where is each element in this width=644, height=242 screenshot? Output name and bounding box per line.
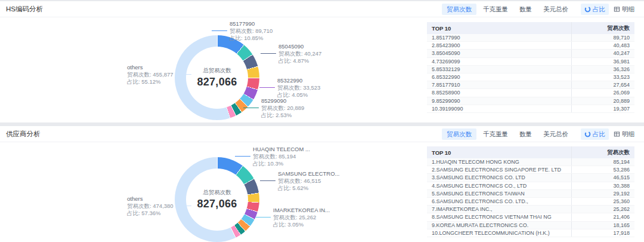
row-value: 17,918 xyxy=(571,229,634,237)
callout-text: 85177990 xyxy=(230,20,273,27)
section-title: HS编码分析 xyxy=(6,5,43,14)
metric-button-kg-weight[interactable]: 千克重量 xyxy=(478,4,513,15)
metric-button-trade-count[interactable]: 贸易次数 xyxy=(442,128,476,140)
row-value: 19,307 xyxy=(571,105,634,112)
callout-leader-line xyxy=(212,30,227,31)
callout-text: IMARKETKOREA IN... xyxy=(273,207,330,214)
row-value: 40,483 xyxy=(571,42,634,49)
callout-text: 占比: 3.05% xyxy=(273,221,330,228)
table-row[interactable]: 10.LONGCHEER TELECOMMUNICATION (H.K.)17,… xyxy=(427,229,634,237)
table-rows: 1.HUAQIN TELECOM HONG KONG85,1942.SAMSUN… xyxy=(427,158,634,237)
metric-button-trade-count[interactable]: 贸易次数 xyxy=(442,4,476,15)
table-row[interactable]: 6.8532299033,523 xyxy=(427,73,634,81)
table-row[interactable]: 8.SAMSUNG ELECTRONICS VIETNAM THAI NG21,… xyxy=(427,213,634,221)
callout-text: 贸易次数: 89,710 xyxy=(230,27,273,35)
table-row[interactable]: 8.8525890026,069 xyxy=(427,89,634,97)
metric-toolbar: 贸易次数 千克重量 数量 美元总价 占比 明细 xyxy=(442,4,638,15)
row-label: 3.SAMSUNG ELECTRONICS CO. LTD xyxy=(427,174,571,181)
metric-button-usd-total[interactable]: 美元总价 xyxy=(538,128,573,140)
table-row[interactable]: 4.SAMSUNG ELECTRONICS CO., LTD30,388 xyxy=(427,182,634,190)
hs-code-analysis-card: HS编码分析 贸易次数 千克重量 数量 美元总价 占比 明细 xyxy=(0,1,644,122)
detail-view-button[interactable]: 明细 xyxy=(610,4,638,15)
pie-view-button[interactable]: 占比 xyxy=(581,4,609,15)
callout-text: 85045090 xyxy=(278,43,321,50)
row-value: 30,388 xyxy=(571,182,634,189)
metric-button-quantity[interactable]: 数量 xyxy=(515,4,537,15)
table-row[interactable]: 9.KOREA MURATA ELECTRONICS CO.18,165 xyxy=(427,222,634,229)
table-row[interactable]: 6.SAMSUNG ELECTRONICS CO. LTD.,25,360 xyxy=(427,198,634,206)
row-value: 33,523 xyxy=(571,73,634,81)
row-value: 27,654 xyxy=(571,81,634,88)
table-row[interactable]: 1.HUAQIN TELECOM HONG KONG85,194 xyxy=(427,158,634,166)
callout-leader-line xyxy=(260,180,275,181)
row-label: 8.85258900 xyxy=(427,89,571,96)
slice-callout: SAMSUNG ELECTRO...贸易次数: 46,515占比: 5.62% xyxy=(278,170,339,192)
donut-center: 总贸易次数 827,066 xyxy=(186,169,248,231)
row-label: 5.SAMSUNG ELECTRONICS TAIWAN xyxy=(427,190,571,197)
row-value: 21,406 xyxy=(571,213,634,220)
detail-view-button[interactable]: 明细 xyxy=(610,128,638,140)
metric-button-kg-weight[interactable]: 千克重量 xyxy=(478,128,513,140)
table-row[interactable]: 10.3919909019,307 xyxy=(427,105,634,113)
row-value: 85,194 xyxy=(571,158,634,166)
table-rows: 1.8517799089,7102.8542390040,4833.850450… xyxy=(427,34,634,113)
callout-text: 占比: 55.12% xyxy=(127,78,174,85)
table-row[interactable]: 3.8504509040,247 xyxy=(427,50,634,57)
view-toggle-group: 占比 明细 xyxy=(581,128,638,140)
row-label: 9.85299090 xyxy=(427,97,571,105)
row-value: 46,515 xyxy=(571,174,634,181)
table-row[interactable]: 5.8533212936,326 xyxy=(427,66,634,73)
donut-center-label: 总贸易次数 xyxy=(203,189,231,197)
callout-text: 占比: 4.87% xyxy=(278,57,321,65)
pie-view-button[interactable]: 占比 xyxy=(581,128,609,140)
callout-text: 贸易次数: 85,194 xyxy=(253,153,310,160)
table-header-rank: TOP 10 xyxy=(427,149,571,156)
others-callout: others贸易次数: 455,877占比: 55.12% xyxy=(127,64,174,85)
row-label: 8.SAMSUNG ELECTRONICS VIETNAM THAI NG xyxy=(427,213,571,220)
callout-leader-line xyxy=(176,206,191,206)
callout-text: 贸易次数: 25,262 xyxy=(273,214,330,221)
row-label: 10.LONGCHEER TELECOMMUNICATION (H.K.) xyxy=(427,229,571,237)
callout-text: 贸易次数: 33,523 xyxy=(277,84,320,91)
row-label: 6.85322990 xyxy=(427,73,571,81)
table-row[interactable]: 9.8529909020,889 xyxy=(427,97,634,105)
row-label: 2.85423900 xyxy=(427,42,571,49)
row-value: 20,889 xyxy=(571,97,634,105)
slice-callout: 85299090贸易次数: 20,889占比: 2.53% xyxy=(261,97,304,119)
table-header: TOP 10 贸易次数 xyxy=(427,146,634,158)
row-value: 53,286 xyxy=(571,166,634,173)
table-row[interactable]: 5.SAMSUNG ELECTRONICS TAIWAN29,192 xyxy=(427,190,634,198)
table-row[interactable]: 1.8517799089,710 xyxy=(427,34,634,42)
slice-callout: IMARKETKOREA IN...贸易次数: 25,262占比: 3.05% xyxy=(273,207,330,228)
pie-chart-icon xyxy=(584,6,591,13)
table-row[interactable]: 7.8517791027,654 xyxy=(427,81,634,89)
callout-text: 占比: 10.3% xyxy=(253,160,310,167)
table-row[interactable]: 3.SAMSUNG ELECTRONICS CO. LTD46,515 xyxy=(427,174,634,182)
donut-chart[interactable]: 总贸易次数 827,066 xyxy=(175,157,259,242)
callout-text: 占比: 10.85% xyxy=(230,35,273,42)
pie-chart-icon xyxy=(584,131,591,137)
row-value: 89,710 xyxy=(571,34,634,41)
table-header-metric: 贸易次数 xyxy=(571,22,634,34)
row-value: 36,981 xyxy=(571,58,634,65)
metric-toolbar: 贸易次数 千克重量 数量 美元总价 占比 明细 xyxy=(442,128,638,140)
table-row[interactable]: 2.8542390040,483 xyxy=(427,42,634,50)
table-row[interactable]: 7.IMARKETKOREA INC.,25,262 xyxy=(427,206,634,213)
metric-button-usd-total[interactable]: 美元总价 xyxy=(538,4,573,15)
metric-button-quantity[interactable]: 数量 xyxy=(515,128,537,140)
row-label: 1.HUAQIN TELECOM HONG KONG xyxy=(427,158,571,166)
callout-text: 占比: 2.53% xyxy=(261,112,304,119)
row-value: 25,262 xyxy=(571,206,634,213)
row-label: 4.73269099 xyxy=(427,58,571,65)
row-label: 3.85045090 xyxy=(427,50,571,57)
row-label: 7.85177910 xyxy=(427,81,571,88)
row-label: 10.39199090 xyxy=(427,105,571,112)
row-label: 6.SAMSUNG ELECTRONICS CO. LTD., xyxy=(427,198,571,205)
callout-text: 占比: 5.62% xyxy=(278,185,339,192)
card-header: HS编码分析 贸易次数 千克重量 数量 美元总价 占比 明细 xyxy=(0,1,644,17)
table-row[interactable]: 4.7326909936,981 xyxy=(427,58,634,66)
table-row[interactable]: 2.SAMSUNG ELECTRONICS SINGAPORE PTE. LTD… xyxy=(427,166,634,174)
row-value: 29,192 xyxy=(571,190,634,197)
row-label: 9.KOREA MURATA ELECTRONICS CO. xyxy=(427,222,571,229)
callout-leader-line xyxy=(259,87,275,88)
